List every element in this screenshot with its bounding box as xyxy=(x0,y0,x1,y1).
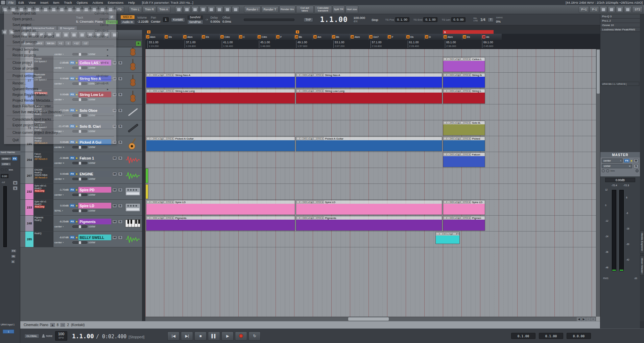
edit-position-readout[interactable]: 1.1.00 xyxy=(320,16,348,24)
lanes-icon[interactable]: ▤ xyxy=(310,201,313,203)
lock-icon[interactable]: ▪ xyxy=(150,90,153,92)
track-number[interactable]: 207 xyxy=(25,168,34,183)
lock-icon[interactable]: ▪ xyxy=(447,58,450,60)
lock-icon[interactable]: ▪ xyxy=(300,217,303,219)
mute-button[interactable]: M xyxy=(450,58,453,60)
media-item[interactable]: ○▪M≡▤iFXESolo B. xyxy=(443,121,485,136)
item-body[interactable] xyxy=(443,156,485,167)
track-solo-button[interactable]: S xyxy=(118,124,123,128)
menu-item[interactable]: Item xyxy=(51,0,62,5)
menu-icon[interactable]: ≡ xyxy=(454,121,457,124)
track-fx-button[interactable]: FX xyxy=(70,172,75,176)
fx-button[interactable]: FX xyxy=(464,74,468,76)
dock-in-button[interactable]: IN xyxy=(11,254,16,258)
swing-readout[interactable]: SWING 0% xyxy=(496,16,503,23)
item-body[interactable] xyxy=(443,220,485,230)
timeline-label-0[interactable]: 33.1.001:19.200 xyxy=(147,41,159,48)
env-button[interactable]: E xyxy=(468,58,471,60)
pause-button[interactable]: ▌▌ xyxy=(208,332,220,341)
fx-button[interactable]: FX xyxy=(464,201,468,203)
fx-button[interactable]: FX xyxy=(317,137,320,140)
media-item[interactable]: ○▪M≡▤iFXEPigmen xyxy=(443,216,485,231)
render-button-1[interactable]: Render T xyxy=(261,6,279,13)
transport-position-readout[interactable]: 1.1.00 / 0:02.400 [Stopped] xyxy=(72,333,144,340)
mute-button[interactable]: M xyxy=(450,137,453,140)
clock-icon[interactable]: ○ xyxy=(296,217,300,219)
info-icon[interactable]: i xyxy=(164,217,167,219)
lanes-icon[interactable]: ▤ xyxy=(160,74,163,76)
menu-file[interactable]: File xyxy=(6,0,16,5)
dock-mono-icon[interactable] xyxy=(5,168,8,171)
track-fx-list[interactable]: Spire x64 v1ReaEQReaComp xyxy=(34,200,53,215)
track-row[interactable]: 204FalconReaEQ287:Reverb 0-3.38dBFXFalco… xyxy=(20,152,142,168)
mute-button[interactable]: M xyxy=(450,217,453,219)
chord-region-34[interactable]: 34Eb xyxy=(462,34,481,40)
region-icon[interactable] xyxy=(216,6,223,13)
lanes-icon[interactable]: ▤ xyxy=(450,232,453,235)
mute-button[interactable]: M xyxy=(450,74,453,76)
stereo-monitor-icon[interactable] xyxy=(602,169,605,172)
media-item[interactable]: ○▪M≡▤iFXEPicked A Guitar xyxy=(146,137,295,151)
timeline-label-9[interactable]: 69.1.002:45.600 xyxy=(482,41,493,48)
file-menu-item-27[interactable]: Quit xyxy=(4,137,116,143)
arrange-track-lane[interactable] xyxy=(145,184,600,200)
audio-device-status[interactable]: [44.1kHz 24bit WAV : 2/2ch 1024spls ~28/… xyxy=(566,1,643,4)
env-button[interactable]: E xyxy=(321,90,324,92)
menu-help[interactable]: Help xyxy=(126,0,137,5)
fx-button[interactable]: FX xyxy=(464,90,468,92)
trim-button-2[interactable]: Trim A xyxy=(157,6,170,13)
track-width-value[interactable]: 100W xyxy=(88,225,95,228)
dock-trim-label[interactable]: trim xyxy=(9,168,13,171)
timeline-label-7[interactable]: 61.1.002:26.400 xyxy=(408,41,419,48)
mute-button[interactable]: M xyxy=(153,137,157,140)
media-item[interactable]: ○▪M≡▤iFXESpire LD xyxy=(443,200,485,215)
menu-icon[interactable]: ≡ xyxy=(307,90,310,92)
track-name[interactable]: Spire PD xyxy=(78,187,111,193)
time-ruler[interactable]: 33.1.001:19.20037.1.001:28.80041.1.001:3… xyxy=(145,40,600,49)
track-volume-value[interactable]: 0.00dB xyxy=(54,172,69,175)
chord-region-22[interactable]: 22C xyxy=(238,34,257,40)
track-pan[interactable]: 50%L › xyxy=(54,209,71,212)
track-name[interactable]: ENGINE xyxy=(78,171,111,177)
dock-automation-button[interactable]: A xyxy=(11,260,15,264)
item-body[interactable] xyxy=(296,93,442,103)
mute-button[interactable]: M xyxy=(153,201,157,203)
env-button[interactable]: E xyxy=(468,137,471,140)
mute-button[interactable]: M xyxy=(153,90,157,92)
track-mute-button[interactable]: M xyxy=(112,172,117,176)
dock-mute-button[interactable]: M xyxy=(13,181,18,185)
ts-field-0[interactable]: TS Pos0. 1. 00 xyxy=(385,17,409,22)
item-body[interactable] xyxy=(443,93,485,103)
env-button[interactable]: E xyxy=(321,217,324,219)
item-body[interactable] xyxy=(296,220,442,230)
item-body[interactable] xyxy=(296,77,442,88)
action-button-0[interactable]: Render Itm xyxy=(279,6,295,13)
master-track-label[interactable]: MASTER xyxy=(600,152,640,157)
fx-browser-icon[interactable] xyxy=(191,6,199,13)
track-width-value[interactable]: 100W xyxy=(88,193,95,196)
info-icon[interactable]: i xyxy=(164,201,167,203)
arrange-track-lane[interactable] xyxy=(145,49,600,57)
track-width-slider[interactable] xyxy=(72,241,87,244)
region-red-band[interactable]: 5 xyxy=(443,30,494,34)
lock-icon[interactable]: ▪ xyxy=(447,137,450,140)
media-item[interactable]: ○▪M≡▤iFXESpire LD xyxy=(296,200,442,215)
file-menu-item-7[interactable]: Project templates▸ xyxy=(4,47,116,52)
track-fx-list[interactable]: PigmentsReaEQ xyxy=(34,216,53,231)
track-fx-list[interactable]: ENGINEReaEQVolume Adjus287:Reverb 0 xyxy=(34,168,53,183)
dock-slot-1[interactable]: 1 xyxy=(3,329,14,334)
clock-icon[interactable]: ○ xyxy=(147,201,150,203)
fx-button[interactable]: FX xyxy=(456,232,459,235)
media-item[interactable] xyxy=(145,184,148,199)
master-fx-slot-1[interactable]: Pro-L 2 xyxy=(600,19,640,23)
lock-icon[interactable]: ▪ xyxy=(300,90,303,92)
track-mute-button[interactable]: M xyxy=(112,188,117,192)
env-button[interactable]: E xyxy=(468,201,471,203)
env-button[interactable]: E xyxy=(171,90,174,92)
track-row[interactable]: 233Spire x64 v1ReaEQReaComp0.00dBFXSpire… xyxy=(20,200,142,216)
env-button[interactable]: E xyxy=(171,137,174,140)
pitch-up-button[interactable]: P+1 xyxy=(579,6,589,13)
chord-region-lane[interactable]: 17Abm18Eb19Abm20Eb21C#m22C23C#m24F25Bb26… xyxy=(145,34,600,40)
lanes-icon[interactable]: ▤ xyxy=(310,74,313,76)
record-button[interactable] xyxy=(235,332,247,341)
